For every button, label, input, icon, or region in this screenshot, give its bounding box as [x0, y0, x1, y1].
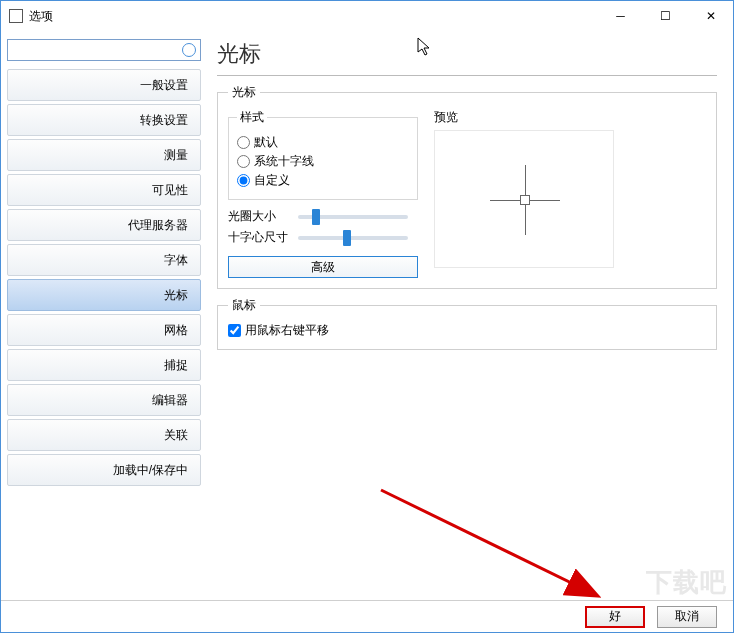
mouse-legend: 鼠标: [228, 297, 260, 314]
mouse-pan-checkbox[interactable]: [228, 324, 241, 337]
search-icon[interactable]: [182, 43, 196, 57]
aperture-label: 光圈大小: [228, 208, 298, 225]
ok-button[interactable]: 好: [585, 606, 645, 628]
minimize-button[interactable]: ─: [598, 2, 643, 31]
radio-custom[interactable]: 自定义: [237, 172, 409, 189]
preview-canvas: [434, 130, 614, 268]
radio-custom-label: 自定义: [254, 172, 290, 189]
search-input[interactable]: [12, 41, 182, 59]
window-title: 选项: [29, 8, 598, 25]
sidebar-item-0[interactable]: 一般设置: [7, 69, 201, 101]
radio-default-input[interactable]: [237, 136, 250, 149]
mouse-pan-row[interactable]: 用鼠标右键平移: [228, 322, 706, 339]
crosshair-slider[interactable]: [298, 236, 408, 240]
cursor-legend: 光标: [228, 84, 260, 101]
radio-system-label: 系统十字线: [254, 153, 314, 170]
sidebar-item-6[interactable]: 光标: [7, 279, 201, 311]
preview-label: 预览: [434, 109, 706, 126]
titlebar: 选项 ─ ☐ ✕: [1, 1, 733, 31]
main-panel: 光标 光标 样式 默认 系统十字线: [207, 31, 733, 601]
footer: 好 取消: [1, 600, 733, 632]
radio-system-input[interactable]: [237, 155, 250, 168]
sidebar-item-10[interactable]: 关联: [7, 419, 201, 451]
radio-custom-input[interactable]: [237, 174, 250, 187]
sidebar-item-7[interactable]: 网格: [7, 314, 201, 346]
cancel-button[interactable]: 取消: [657, 606, 717, 628]
page-title: 光标: [217, 39, 717, 69]
sidebar-item-8[interactable]: 捕捉: [7, 349, 201, 381]
cursor-fieldset: 光标 样式 默认 系统十字线: [217, 84, 717, 289]
sidebar-item-1[interactable]: 转换设置: [7, 104, 201, 136]
sidebar-item-9[interactable]: 编辑器: [7, 384, 201, 416]
style-fieldset: 样式 默认 系统十字线 自定义: [228, 109, 418, 200]
aperture-slider[interactable]: [298, 215, 408, 219]
radio-default-label: 默认: [254, 134, 278, 151]
app-icon: [9, 9, 23, 23]
radio-system[interactable]: 系统十字线: [237, 153, 409, 170]
sidebar-item-5[interactable]: 字体: [7, 244, 201, 276]
search-box[interactable]: [7, 39, 201, 61]
sidebar-item-11[interactable]: 加载中/保存中: [7, 454, 201, 486]
crosshair-label: 十字心尺寸: [228, 229, 298, 246]
close-button[interactable]: ✕: [688, 2, 733, 31]
mouse-pan-label: 用鼠标右键平移: [245, 322, 329, 339]
mouse-fieldset: 鼠标 用鼠标右键平移: [217, 297, 717, 350]
divider: [217, 75, 717, 76]
maximize-button[interactable]: ☐: [643, 2, 688, 31]
sidebar-item-3[interactable]: 可见性: [7, 174, 201, 206]
advanced-button[interactable]: 高级: [228, 256, 418, 278]
sidebar-item-4[interactable]: 代理服务器: [7, 209, 201, 241]
style-legend: 样式: [237, 109, 267, 126]
sidebar-item-2[interactable]: 测量: [7, 139, 201, 171]
watermark: 下载吧: [646, 565, 727, 600]
sidebar: 一般设置转换设置测量可见性代理服务器字体光标网格捕捉编辑器关联加载中/保存中: [1, 31, 207, 601]
radio-default[interactable]: 默认: [237, 134, 409, 151]
